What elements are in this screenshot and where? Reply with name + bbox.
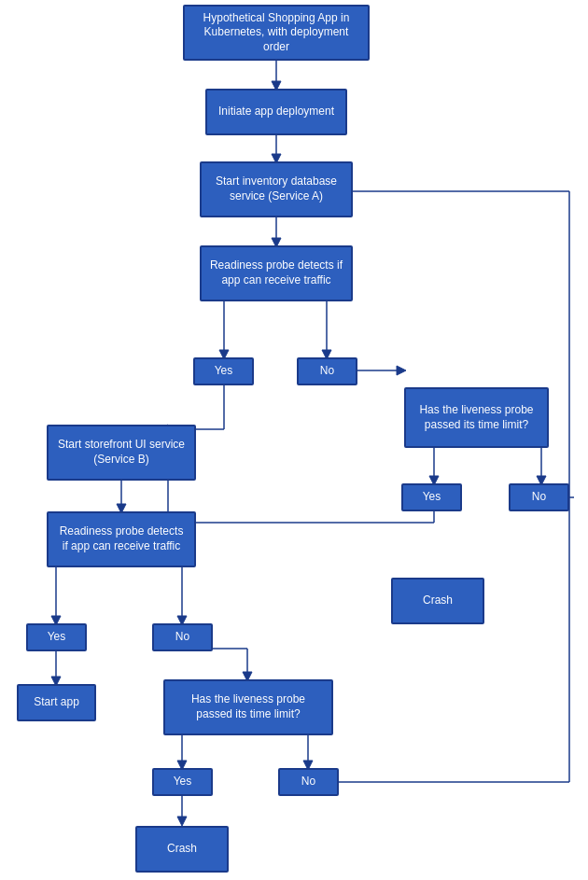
readiness-a-box: Readiness probe detects if app can recei… xyxy=(200,245,353,301)
liveness-b-box: Has the liveness probe passed its time l… xyxy=(163,679,333,735)
flowchart-diagram: Hypothetical Shopping App in Kubernetes,… xyxy=(0,0,588,880)
yes-lb-box: Yes xyxy=(152,768,213,796)
crash-a-box: Crash xyxy=(391,578,484,624)
svg-marker-13 xyxy=(397,366,406,375)
title-box: Hypothetical Shopping App in Kubernetes,… xyxy=(183,5,370,61)
yes-la-box: Yes xyxy=(401,483,462,511)
start-app-box: Start app xyxy=(17,684,96,721)
no-a-box: No xyxy=(297,357,357,385)
svg-marker-47 xyxy=(177,817,187,826)
no-lb-box: No xyxy=(278,768,339,796)
yes-b-box: Yes xyxy=(26,623,87,651)
start-inventory-box: Start inventory database service (Servic… xyxy=(200,161,353,217)
no-b-box: No xyxy=(152,623,213,651)
initiate-box: Initiate app deployment xyxy=(205,89,347,135)
yes-a-box: Yes xyxy=(193,357,254,385)
start-storefront-box: Start storefront UI service (Service B) xyxy=(47,425,196,481)
readiness-b-box: Readiness probe detects if app can recei… xyxy=(47,511,196,567)
no-la-box: No xyxy=(509,483,569,511)
crash-b-box: Crash xyxy=(135,826,229,873)
liveness-a-box: Has the liveness probe passed its time l… xyxy=(404,387,549,448)
